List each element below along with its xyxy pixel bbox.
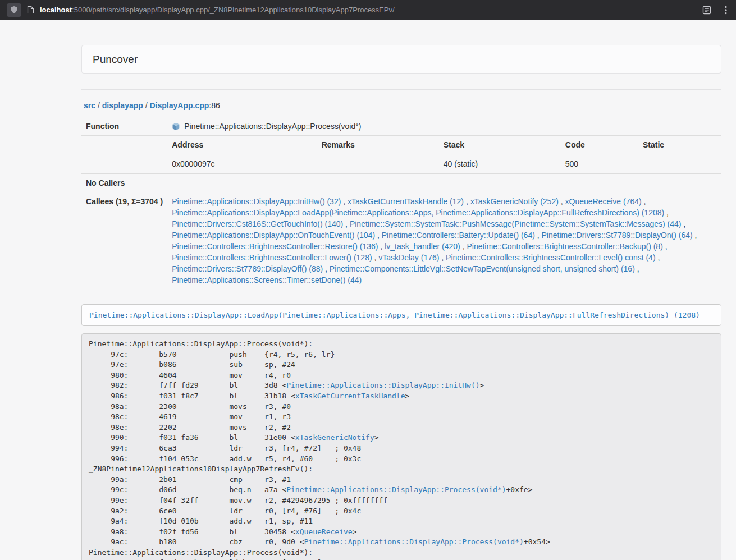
callee-link[interactable]: Pinetime::Applications::DisplayApp::Init… (172, 197, 341, 206)
stat-address: 0x0000097c (167, 154, 317, 174)
page-title: Puncover (93, 53, 710, 66)
disassembly-symbol-link[interactable]: xTaskGetCurrentTaskHandle (295, 392, 405, 400)
callee-link[interactable]: vTaskDelay (176) (378, 253, 439, 262)
no-callers-row: No Callers (81, 174, 721, 192)
reader-mode-icon[interactable] (702, 6, 711, 15)
stat-static (638, 154, 721, 174)
breadcrumb-link-displayapp[interactable]: displayapp (102, 101, 143, 110)
callee-link[interactable]: xTaskGetCurrentTaskHandle (12) (348, 197, 464, 206)
disassembly-symbol-link[interactable]: Pinetime::Applications::DisplayApp::Init… (286, 381, 479, 389)
no-callers-label: No Callers (81, 174, 167, 192)
col-stack: Stack (439, 136, 561, 154)
disassembly-symbol-link[interactable]: xQueueReceive (295, 527, 353, 536)
breadcrumb-link-file[interactable]: DisplayApp.cpp (150, 101, 209, 110)
breadcrumb-separator: / (95, 101, 102, 110)
callees-cell: Pinetime::Applications::DisplayApp::Init… (167, 192, 721, 290)
callee-link[interactable]: xTaskGenericNotify (252) (470, 197, 559, 206)
stat-remarks (317, 154, 439, 174)
breadcrumb-line-number: :86 (209, 101, 220, 110)
callee-link[interactable]: Pinetime::Applications::Screens::Timer::… (172, 276, 362, 284)
no-callers-cell (167, 174, 721, 192)
toolbar-actions (702, 6, 729, 15)
url-host: localhost (40, 6, 72, 14)
selected-callee-box: Pinetime::Applications::DisplayApp::Load… (81, 304, 721, 326)
breadcrumb-separator: / (143, 101, 150, 110)
col-address: Address (167, 136, 317, 154)
function-cube-icon (172, 122, 180, 131)
callee-link[interactable]: Pinetime::Drivers::St7789::DisplayOff() … (172, 264, 323, 273)
callee-link[interactable]: Pinetime::Controllers::BrightnessControl… (172, 242, 378, 251)
col-code: Code (561, 136, 638, 154)
divider (81, 89, 721, 90)
stats-row: Address Remarks Stack Code Static 0x0000… (81, 136, 721, 174)
stats-header-row: Address Remarks Stack Code Static (167, 136, 721, 154)
callee-link[interactable]: Pinetime::Controllers::Battery::Update()… (382, 231, 535, 240)
function-table: Function Pinetime::Applications::Display… (81, 117, 721, 289)
callee-link[interactable]: Pinetime::Applications::DisplayApp::OnTo… (172, 231, 375, 240)
disassembly-symbol-link[interactable]: Pinetime::Applications::DisplayApp::Proc… (286, 485, 506, 494)
tracking-protection-shield-icon[interactable] (7, 3, 21, 17)
callee-link[interactable]: lv_task_handler (420) (385, 242, 460, 251)
callee-link[interactable]: Pinetime::Drivers::Cst816S::GetTouchInfo… (172, 219, 343, 228)
stat-code: 500 (561, 154, 638, 174)
disassembly-symbol-link[interactable]: xTaskGenericNotify (295, 433, 374, 442)
stat-stack: 40 (static) (439, 154, 561, 174)
url-path: :5000/path/src/displayapp/DisplayApp.cpp… (72, 6, 395, 14)
function-name: Pinetime::Applications::DisplayApp::Proc… (184, 121, 361, 132)
breadcrumb: src / displayapp / DisplayApp.cpp:86 (84, 101, 721, 110)
disassembly-pre: Pinetime::Applications::DisplayApp::Proc… (81, 333, 721, 560)
disassembly-symbol-link[interactable]: Pinetime::Applications::DisplayApp::Proc… (304, 538, 524, 546)
main-content: Puncover src / displayapp / DisplayApp.c… (81, 45, 721, 560)
url-text[interactable]: localhost:5000/path/src/displayapp/Displ… (40, 6, 697, 14)
col-static: Static (638, 136, 721, 154)
callee-link[interactable]: Pinetime::Drivers::St7789::DisplayOn() (… (542, 231, 693, 240)
stats-row-spacer (81, 136, 167, 174)
callee-link[interactable]: Pinetime::Applications::DisplayApp::Load… (172, 208, 664, 217)
callees-label: Callees (19, Σ=3704 ) (81, 192, 167, 290)
callee-link[interactable]: xQueueReceive (764) (565, 197, 642, 206)
menu-kebab-icon[interactable] (725, 6, 727, 15)
function-label: Function (81, 117, 167, 136)
callee-link[interactable]: Pinetime::Controllers::BrightnessControl… (446, 253, 655, 262)
stats-values-row: 0x0000097c 40 (static) 500 (167, 154, 721, 174)
stats-table: Address Remarks Stack Code Static 0x0000… (167, 136, 721, 173)
callee-link[interactable]: Pinetime::System::SystemTask::PushMessag… (350, 219, 682, 228)
selected-callee-link[interactable]: Pinetime::Applications::DisplayApp::Load… (89, 311, 700, 319)
function-row: Function Pinetime::Applications::Display… (81, 117, 721, 136)
browser-url-bar: localhost:5000/path/src/displayapp/Displ… (0, 0, 736, 20)
col-remarks: Remarks (317, 136, 439, 154)
callee-link[interactable]: Pinetime::Controllers::BrightnessControl… (467, 242, 662, 251)
page-icon[interactable] (27, 6, 34, 14)
breadcrumb-link-src[interactable]: src (84, 101, 95, 110)
callees-row: Callees (19, Σ=3704 ) Pinetime::Applicat… (81, 192, 721, 290)
app-header-panel: Puncover (81, 45, 721, 74)
callee-link[interactable]: Pinetime::Controllers::BrightnessControl… (172, 253, 372, 262)
callee-link[interactable]: Pinetime::Components::LittleVgl::SetNewT… (330, 264, 635, 273)
